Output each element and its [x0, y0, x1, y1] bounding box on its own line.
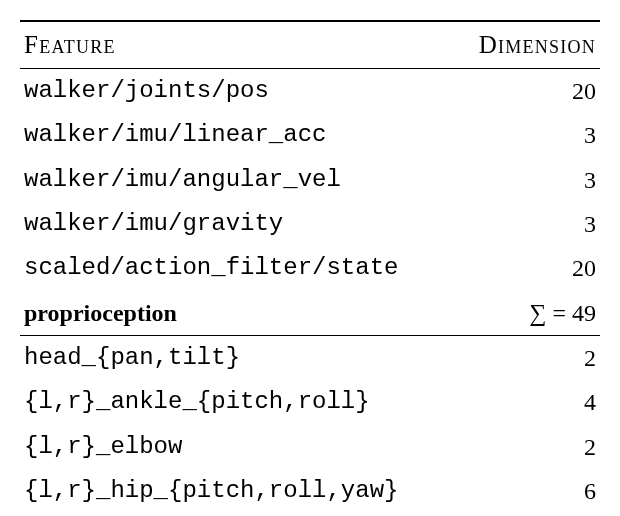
feature-cell: {l,r}_ankle_{pitch,roll}: [20, 380, 461, 424]
table-row: {l,r}_hip_{pitch,roll,yaw} 6: [20, 469, 600, 513]
dimension-cell: 2: [461, 336, 600, 381]
feature-cell: walker/imu/linear_acc: [20, 113, 461, 157]
feature-cell: {l,r}_elbow: [20, 425, 461, 469]
table-row: walker/imu/angular_vel 3: [20, 158, 600, 202]
summary-label: proprioception: [20, 291, 461, 336]
feature-cell: scaled/action_filter/state: [20, 246, 461, 290]
table: Feature Dimension walker/joints/pos 20 w…: [20, 20, 600, 516]
dimension-cell: 2: [461, 425, 600, 469]
feature-cell: walker/imu/angular_vel: [20, 158, 461, 202]
dimension-cell: 6: [461, 469, 600, 513]
summary-row: proprioception ∑ = 49: [20, 291, 600, 336]
dimension-cell: 20: [461, 68, 600, 113]
dimension-cell: 3: [461, 113, 600, 157]
table-row: walker/joints/pos 20: [20, 68, 600, 113]
dimension-cell: 3: [461, 202, 600, 246]
table-row: {l,r}_ankle_{pitch,roll} 4: [20, 380, 600, 424]
feature-cell: walker/imu/gravity: [20, 202, 461, 246]
col-header-feature: Feature: [20, 21, 461, 68]
dimension-cell: 20: [461, 246, 600, 290]
feature-cell: head_{pan,tilt}: [20, 336, 461, 381]
table-row: walker/imu/gravity 3: [20, 202, 600, 246]
table-row: {l,r}_elbow 2: [20, 425, 600, 469]
col-header-dimension: Dimension: [461, 21, 600, 68]
dimension-cell: 3: [461, 158, 600, 202]
feature-cell: walker/joints/pos: [20, 68, 461, 113]
feature-cell: {l,r}_hip_{pitch,roll,yaw}: [20, 469, 461, 513]
table-row: scaled/action_filter/state 20: [20, 246, 600, 290]
dimension-cell: 4: [461, 380, 600, 424]
summary-value: ∑ = 49: [461, 291, 600, 336]
table-row: head_{pan,tilt} 2: [20, 336, 600, 381]
feature-dimension-table: Feature Dimension walker/joints/pos 20 w…: [20, 20, 600, 516]
table-header-row: Feature Dimension: [20, 21, 600, 68]
table-row: walker/imu/linear_acc 3: [20, 113, 600, 157]
